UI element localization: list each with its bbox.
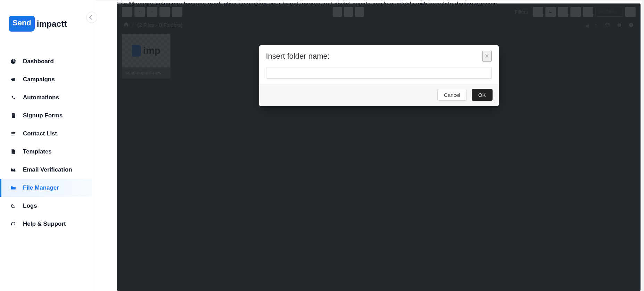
content-inner: File Manager helps you become productive… xyxy=(117,1,641,291)
gears-icon xyxy=(10,94,17,101)
sidebar-item-label: Contact List xyxy=(23,130,57,137)
sidebar-nav: Dashboard Campaigns Automations xyxy=(0,41,92,233)
chevron-left-icon xyxy=(89,15,94,20)
intro-text: File Manager helps you become productive… xyxy=(117,1,641,3)
sidebar-item-label: Logs xyxy=(23,202,37,209)
modal-body xyxy=(259,64,499,84)
pie-icon xyxy=(10,58,17,65)
brand-logo: Send impactt xyxy=(0,10,92,41)
modal-title: Insert folder name: xyxy=(266,52,330,61)
modal-footer: Cancel OK xyxy=(259,84,499,106)
sidebar-item-help-support[interactable]: Help & Support xyxy=(0,215,92,233)
folder-name-input[interactable] xyxy=(266,67,492,79)
app-root: Send impactt Dashboard Campaigns xyxy=(0,0,644,291)
shield-check-icon xyxy=(10,166,17,173)
folder-icon xyxy=(10,184,17,191)
sidebar-item-automations[interactable]: Automations xyxy=(0,89,92,107)
modal-close-button[interactable]: × xyxy=(482,51,492,61)
brand-word: impactt xyxy=(37,19,67,29)
sidebar-item-label: File Manager xyxy=(23,184,59,191)
sidebar-item-contact-list[interactable]: Contact List xyxy=(0,125,92,143)
sidebar-item-label: Campaigns xyxy=(23,76,55,83)
content: File Manager helps you become productive… xyxy=(92,0,642,291)
sidebar-collapse-button[interactable] xyxy=(86,12,97,23)
svg-point-0 xyxy=(12,96,14,98)
list-icon xyxy=(10,130,17,137)
sidebar-inner: Send impactt Dashboard Campaigns xyxy=(0,0,92,233)
sidebar-item-signup-forms[interactable]: Signup Forms xyxy=(0,107,92,125)
sidebar-item-templates[interactable]: Templates xyxy=(0,143,92,161)
svg-point-1 xyxy=(14,98,15,100)
sidebar-item-label: Automations xyxy=(23,94,59,101)
brand-badge: Send xyxy=(9,16,35,32)
file-manager-panel: ▭ ≡ ▦ Filters xyxy=(117,3,641,291)
sidebar-item-logs[interactable]: Logs xyxy=(0,197,92,215)
form-icon xyxy=(10,112,17,119)
sidebar-item-email-verification[interactable]: Email Verification xyxy=(0,161,92,179)
headset-icon xyxy=(10,221,17,227)
template-icon xyxy=(10,148,17,155)
sidebar-item-label: Email Verification xyxy=(23,166,72,173)
right-gutter xyxy=(642,0,644,291)
sidebar-item-file-manager[interactable]: File Manager xyxy=(0,179,92,197)
sidebar-item-dashboard[interactable]: Dashboard xyxy=(0,52,92,70)
sidebar-item-label: Help & Support xyxy=(23,221,66,227)
history-icon xyxy=(10,202,17,209)
sidebar-item-campaigns[interactable]: Campaigns xyxy=(0,70,92,89)
svg-point-2 xyxy=(14,170,16,172)
modal-header: Insert folder name: × xyxy=(259,45,499,64)
ok-button[interactable]: OK xyxy=(472,89,493,101)
sidebar: Send impactt Dashboard Campaigns xyxy=(0,0,92,291)
sidebar-item-label: Templates xyxy=(23,148,52,155)
new-folder-modal: Insert folder name: × Cancel OK xyxy=(259,45,499,106)
megaphone-icon xyxy=(10,76,17,83)
sidebar-item-label: Signup Forms xyxy=(23,112,63,119)
cancel-button[interactable]: Cancel xyxy=(437,89,467,101)
sidebar-item-label: Dashboard xyxy=(23,58,54,65)
close-icon: × xyxy=(485,52,489,60)
